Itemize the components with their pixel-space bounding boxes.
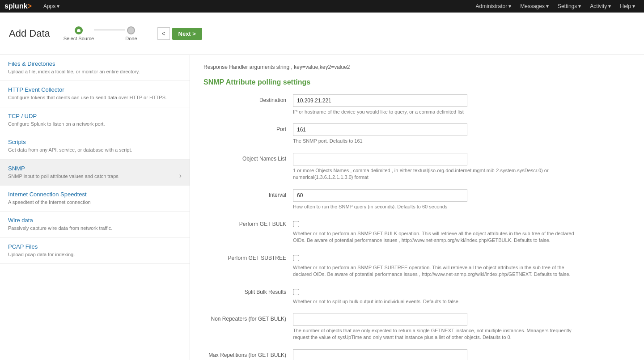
form-label-7: Non Repeaters (for GET BULK) (203, 313, 293, 322)
main-layout: Files & DirectoriesUpload a file, index … (0, 55, 644, 360)
step-label-source: Select Source (64, 36, 94, 41)
topnav-right: Administrator Messages Settings Activity… (471, 0, 640, 13)
form-label-4: Perform GET BULK (203, 218, 293, 227)
next-button[interactable]: Next > (172, 28, 202, 40)
sidebar-item-0[interactable]: Files & DirectoriesUpload a file, index … (0, 55, 190, 81)
form-label-2: Object Names List (203, 153, 293, 162)
form-label-0: Destination (203, 94, 293, 103)
sidebar-item-desc-4: SNMP input to poll attribute values and … (8, 173, 182, 180)
form-hint-0: IP or hostname of the device you would l… (293, 109, 584, 115)
form-field-8: The number of objects that should be ret… (293, 349, 631, 360)
messages-menu[interactable]: Messages (516, 0, 553, 13)
form-row-8: Max Repetitions (for GET BULK)The number… (203, 349, 631, 360)
page-title: Add Data (9, 28, 50, 39)
sidebar-item-title-7: PCAP Files (8, 243, 182, 250)
sidebar-item-6[interactable]: Wire dataPassively capture wire data fro… (0, 212, 190, 237)
response-handler-text: Response Handler arguments string , key=… (203, 64, 631, 70)
form-field-6: Whether or not to split up bulk output i… (293, 286, 631, 305)
form-label-1: Port (203, 123, 293, 132)
topnav-left: splunk> Apps (4, 0, 64, 13)
form-row-0: DestinationIP or hostname of the device … (203, 94, 631, 115)
form-row-2: Object Names List1 or more Objects Names… (203, 153, 631, 181)
form-field-7: The number of objects that are only expe… (293, 313, 631, 341)
activity-menu[interactable]: Activity (585, 0, 615, 13)
form-row-4: Perform GET BULKWhether or not to perfor… (203, 218, 631, 244)
page-header: Add Data Select Source Done < Next > (0, 13, 644, 55)
settings-menu[interactable]: Settings (553, 0, 585, 13)
form-fields: DestinationIP or hostname of the device … (203, 94, 631, 360)
wizard-step-done: Done (125, 26, 137, 41)
sidebar-item-desc-0: Upload a file, index a local file, or mo… (8, 68, 182, 75)
form-checkbox-4[interactable] (293, 221, 299, 227)
form-field-5: Whether or not to perform an SNMP GET SU… (293, 252, 631, 278)
form-input-7[interactable] (293, 313, 467, 326)
form-row-7: Non Repeaters (for GET BULK)The number o… (203, 313, 631, 341)
form-hint-1: The SNMP port. Defaults to 161 (293, 138, 584, 144)
form-hint-5: Whether or not to perform an SNMP GET SU… (293, 264, 584, 278)
form-hint-7: The number of objects that are only expe… (293, 327, 584, 341)
form-input-2[interactable] (293, 153, 467, 165)
sidebar-item-title-6: Wire data (8, 217, 182, 224)
form-hint-2: 1 or more Objects Names , comma delimite… (293, 167, 584, 181)
form-field-4: Whether or not to perform an SNMP GET BU… (293, 218, 631, 244)
svg-point-0 (77, 29, 80, 32)
form-field-0: IP or hostname of the device you would l… (293, 94, 631, 115)
wizard-step-source: Select Source (64, 26, 94, 41)
form-field-2: 1 or more Objects Names , comma delimite… (293, 153, 631, 181)
sidebar-item-3[interactable]: ScriptsGet data from any API, service, o… (0, 133, 190, 159)
form-row-3: IntervalHow often to run the SNMP query … (203, 189, 631, 210)
form-row-6: Split Bulk ResultsWhether or not to spli… (203, 286, 631, 305)
form-checkbox-6[interactable] (293, 289, 299, 295)
sidebar-item-1[interactable]: HTTP Event CollectorConfigure tokens tha… (0, 81, 190, 107)
sidebar-item-5[interactable]: Internet Connection SpeedtestA speedtest… (0, 186, 190, 212)
form-input-0[interactable] (293, 94, 467, 107)
sidebar-item-desc-2: Configure Splunk to listen on a network … (8, 121, 182, 127)
snmp-section-title: SNMP Attribute polling settings (203, 78, 631, 86)
sidebar-item-title-1: HTTP Event Collector (8, 86, 182, 93)
form-input-3[interactable] (293, 189, 467, 202)
sidebar-item-2[interactable]: TCP / UDPConfigure Splunk to listen on a… (0, 107, 190, 133)
prev-button[interactable]: < (157, 27, 170, 40)
form-label-6: Split Bulk Results (203, 286, 293, 295)
sidebar-item-title-3: Scripts (8, 139, 182, 145)
apps-menu[interactable]: Apps (39, 0, 64, 13)
sidebar-item-desc-6: Passively capture wire data from network… (8, 225, 182, 232)
sidebar-item-desc-3: Get data from any API, service, or datab… (8, 147, 182, 153)
form-input-8[interactable] (293, 349, 467, 360)
administrator-menu[interactable]: Administrator (471, 0, 516, 13)
sidebar-item-title-4: SNMP (8, 165, 182, 172)
step-label-done: Done (125, 36, 137, 41)
sidebar-item-title-2: TCP / UDP (8, 113, 182, 119)
main-content: Response Handler arguments string , key=… (190, 55, 644, 360)
sidebar-item-arrow-4: › (179, 172, 182, 180)
help-menu[interactable]: Help (615, 0, 640, 13)
sidebar-item-desc-7: Upload pcap data for indexing. (8, 251, 182, 258)
form-hint-4: Whether or not to perform an SNMP GET BU… (293, 230, 584, 244)
wizard-nav: < Next > (157, 27, 202, 40)
step-circle-source (75, 26, 83, 34)
form-row-1: PortThe SNMP port. Defaults to 161 (203, 123, 631, 144)
sidebar-item-7[interactable]: PCAP FilesUpload pcap data for indexing. (0, 238, 190, 264)
step-line (94, 30, 125, 30)
form-label-5: Perform GET SUBTREE (203, 252, 293, 261)
form-label-8: Max Repetitions (for GET BULK) (203, 349, 293, 358)
form-field-1: The SNMP port. Defaults to 161 (293, 123, 631, 144)
sidebar-item-title-0: Files & Directories (8, 60, 182, 67)
form-hint-6: Whether or not to split up bulk output i… (293, 298, 584, 305)
form-input-1[interactable] (293, 123, 467, 136)
sidebar: Files & DirectoriesUpload a file, index … (0, 55, 190, 360)
sidebar-item-desc-1: Configure tokens that clients can use to… (8, 94, 182, 101)
form-hint-3: How often to run the SNMP query (in seco… (293, 203, 584, 210)
step-circle-done (127, 26, 135, 34)
form-row-5: Perform GET SUBTREEWhether or not to per… (203, 252, 631, 278)
form-label-3: Interval (203, 189, 293, 198)
sidebar-item-title-5: Internet Connection Speedtest (8, 191, 182, 198)
form-checkbox-5[interactable] (293, 255, 299, 261)
top-navigation: splunk> Apps Administrator Messages Sett… (0, 0, 644, 13)
wizard-steps: Select Source Done (64, 26, 137, 41)
form-field-3: How often to run the SNMP query (in seco… (293, 189, 631, 210)
sidebar-item-desc-5: A speedtest of the Internet connection (8, 199, 182, 206)
splunk-logo: splunk> (4, 2, 32, 10)
sidebar-item-4[interactable]: SNMPSNMP input to poll attribute values … (0, 160, 190, 186)
